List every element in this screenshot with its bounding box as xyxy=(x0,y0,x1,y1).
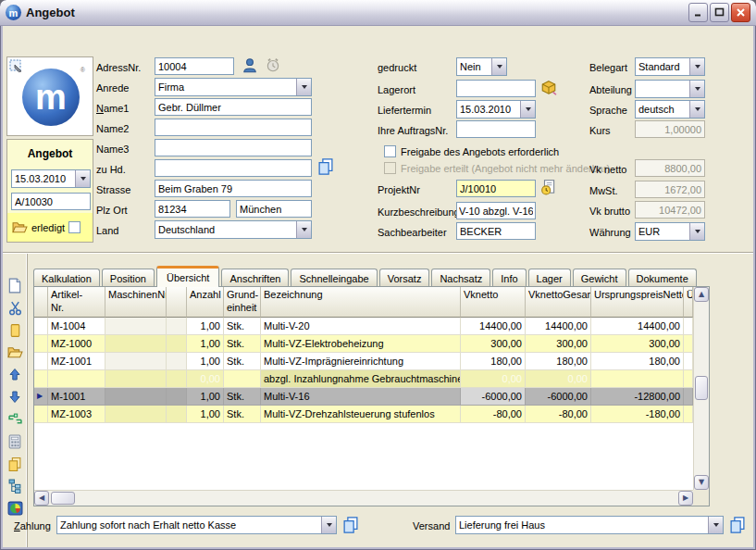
sprache-combobox[interactable]: deutsch xyxy=(635,100,705,119)
vertical-scrollbar[interactable]: ▲ ▼ xyxy=(693,287,709,490)
cell-uel[interactable] xyxy=(684,353,693,370)
cell-grundeinheit[interactable]: Stk. xyxy=(224,353,261,370)
zu-hd-field[interactable] xyxy=(155,159,312,177)
cell-artikel-nr[interactable]: M-1001 xyxy=(48,388,105,406)
cell-vknetto[interactable]: 0,00 xyxy=(461,370,526,388)
positions-icon[interactable] xyxy=(6,410,24,428)
scroll-right-button[interactable]: ▶ xyxy=(678,491,693,506)
anrede-combobox[interactable]: Firma xyxy=(155,78,312,96)
abteilung-combobox[interactable] xyxy=(635,80,705,98)
cell-vknetto-gesamt[interactable]: 180,00 xyxy=(526,353,591,370)
cell-uel[interactable] xyxy=(684,318,693,335)
cell-artikel-nr[interactable]: MZ-1003 xyxy=(48,406,105,423)
combo-arrow-icon[interactable] xyxy=(75,170,90,187)
lagerort-field[interactable] xyxy=(456,80,536,97)
minimize-button[interactable] xyxy=(688,3,708,22)
cell-blank[interactable] xyxy=(167,318,187,335)
header-vknetto-gesamt[interactable]: VknettoGesamt xyxy=(526,287,591,318)
tab-kalkulation[interactable]: Kalkulation xyxy=(33,269,100,287)
header-ursprungspreis[interactable]: UrsprungspreisNetto xyxy=(591,287,684,318)
combo-arrow-icon[interactable] xyxy=(689,81,704,97)
cell-blank[interactable] xyxy=(167,406,187,423)
cell-artikel-nr[interactable] xyxy=(48,370,105,388)
scroll-left-button[interactable]: ◀ xyxy=(34,491,49,506)
cell-ursprungspreis[interactable]: -12800,00 xyxy=(591,388,684,406)
copy-address-icon[interactable] xyxy=(316,157,335,176)
cell-vknetto-gesamt[interactable]: -80,00 xyxy=(526,406,591,423)
sachbearbeiter-field[interactable] xyxy=(456,222,536,240)
cell-bezeichnung[interactable]: abzgl. Inzahlungnahme Gebrauchtmaschine xyxy=(261,370,461,388)
cell-blank[interactable] xyxy=(167,353,187,370)
cell-bezeichnung[interactable]: Multi-V-16 xyxy=(261,388,461,406)
horizontal-scroll-thumb[interactable] xyxy=(51,492,75,505)
cell-anzahl[interactable]: 1,00 xyxy=(187,335,224,353)
cell-vknetto-gesamt[interactable]: 300,00 xyxy=(526,335,591,353)
copy-versand-icon[interactable] xyxy=(728,516,747,534)
cell-maschinen-nr[interactable] xyxy=(105,335,167,353)
cell-bezeichnung[interactable]: Multi-VZ-Imprägniereinrichtung xyxy=(261,353,461,370)
project-lookup-icon[interactable] xyxy=(540,179,557,195)
plz-field[interactable] xyxy=(155,200,230,218)
cell-vknetto-gesamt[interactable]: 14400,00 xyxy=(526,318,591,335)
combo-arrow-icon[interactable] xyxy=(689,58,704,75)
document-date-combobox[interactable]: 15.03.2010 xyxy=(11,169,91,188)
cell-vknetto[interactable]: -80,00 xyxy=(461,406,526,423)
table-row[interactable]: 0,00 abzgl. Inzahlungnahme Gebrauchtmasc… xyxy=(34,370,693,388)
kurzbeschreibung-field[interactable] xyxy=(456,202,536,219)
tab-uebersicht[interactable]: Übersicht xyxy=(156,266,219,287)
cell-grundeinheit[interactable]: Stk. xyxy=(224,388,261,406)
row-selector-cell[interactable] xyxy=(34,318,48,335)
cell-artikel-nr[interactable]: M-1004 xyxy=(48,318,105,335)
cell-ursprungspreis[interactable]: 14400,00 xyxy=(591,318,684,335)
cell-vknetto[interactable]: 300,00 xyxy=(461,335,526,353)
cell-artikel-nr[interactable]: MZ-1000 xyxy=(48,335,105,353)
move-down-icon[interactable] xyxy=(6,388,24,406)
scroll-up-button[interactable]: ▲ xyxy=(694,287,709,302)
cell-ursprungspreis[interactable]: 180,00 xyxy=(591,353,684,370)
cell-bezeichnung[interactable]: Multi-VZ-Elektrobeheizung xyxy=(261,335,461,353)
warehouse-box-icon[interactable] xyxy=(540,80,557,96)
header-grundeinheit[interactable]: Grund- einheit xyxy=(224,287,261,318)
cell-blank[interactable] xyxy=(167,388,187,406)
move-up-icon[interactable] xyxy=(6,366,24,383)
tab-lager[interactable]: Lager xyxy=(528,269,571,287)
name1-field[interactable] xyxy=(155,98,312,116)
cell-blank[interactable] xyxy=(167,335,187,353)
cell-maschinen-nr[interactable] xyxy=(105,388,167,406)
row-selector-cell[interactable] xyxy=(34,370,48,388)
freigabe-erforderlich-checkbox[interactable] xyxy=(384,145,396,157)
cell-maschinen-nr[interactable] xyxy=(105,318,167,335)
maximize-button[interactable] xyxy=(710,3,729,22)
copy-icon[interactable] xyxy=(6,455,24,472)
vertical-scroll-thumb[interactable] xyxy=(695,376,708,400)
row-selector-cell[interactable]: ▶ xyxy=(34,388,48,406)
scroll-down-button[interactable]: ▼ xyxy=(694,475,709,490)
table-row[interactable]: MZ-1003 1,00 Stk. Multi-VZ-Drehzahlsteue… xyxy=(34,406,693,423)
copy-zahlung-icon[interactable] xyxy=(341,516,360,534)
cell-ursprungspreis[interactable] xyxy=(591,370,684,388)
cell-bezeichnung[interactable]: Multi-VZ-Drehzahlsteuerung stufenlos xyxy=(261,406,461,423)
cell-uel[interactable] xyxy=(684,406,693,423)
cell-maschinen-nr[interactable] xyxy=(105,370,167,388)
erledigt-checkbox[interactable] xyxy=(68,221,81,233)
cell-grundeinheit[interactable]: Stk. xyxy=(224,318,261,335)
cell-ursprungspreis[interactable]: -180,00 xyxy=(591,406,684,423)
versand-combobox[interactable]: Lieferung frei Haus xyxy=(455,516,724,534)
tab-gewicht[interactable]: Gewicht xyxy=(573,269,626,287)
tab-position[interactable]: Position xyxy=(102,269,155,287)
combo-arrow-icon[interactable] xyxy=(321,517,336,533)
liefertermin-combobox[interactable]: 15.03.2010 xyxy=(456,100,536,119)
note-icon[interactable] xyxy=(6,321,24,339)
zahlung-combobox[interactable]: Zahlung sofort nach Erhalt netto Kasse xyxy=(56,516,337,534)
header-artikel-nr[interactable]: Artikel- Nr. xyxy=(48,287,105,318)
cell-anzahl[interactable]: 1,00 xyxy=(187,353,224,370)
combo-arrow-icon[interactable] xyxy=(296,79,311,95)
combo-arrow-icon[interactable] xyxy=(689,223,704,240)
tab-vorsatz[interactable]: Vorsatz xyxy=(379,269,430,287)
new-document-icon[interactable] xyxy=(6,277,24,294)
cell-grundeinheit[interactable] xyxy=(224,370,261,388)
document-number-field[interactable] xyxy=(11,193,91,210)
auftragsnr-field[interactable] xyxy=(456,120,536,138)
cell-anzahl[interactable]: 1,00 xyxy=(187,406,224,423)
header-anzahl[interactable]: Anzahl xyxy=(187,287,224,318)
